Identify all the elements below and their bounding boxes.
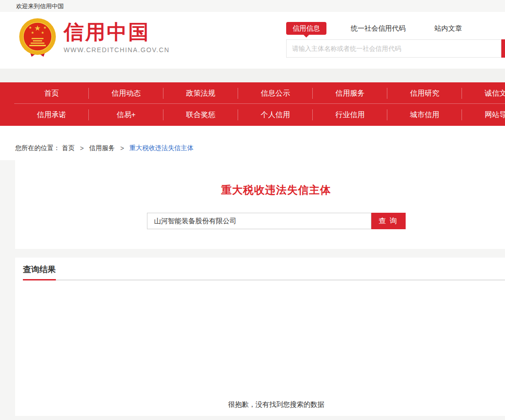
nav-row-2: 信用承诺 信易+ 联合奖惩 个人信用 行业信用 城市信用 网站导航 xyxy=(14,104,505,125)
breadcrumb-separator: > xyxy=(120,145,124,152)
card-gap xyxy=(15,249,505,258)
query-card: 重大税收违法失信主体 查 询 xyxy=(15,160,505,249)
nav-row-1: 首页 信用动态 政策法规 信息公示 信用服务 信用研究 诚信文化 xyxy=(14,82,505,104)
nav-item-info-disclosure[interactable]: 信息公示 xyxy=(238,82,313,104)
nav-item-credit-services[interactable]: 信用服务 xyxy=(313,82,387,104)
header-search-button[interactable] xyxy=(501,39,505,58)
results-heading: 查询结果 xyxy=(23,264,56,280)
nav-item-credit-news[interactable]: 信用动态 xyxy=(89,82,163,104)
welcome-bar: 欢迎来到信用中国 xyxy=(0,0,505,12)
query-input[interactable] xyxy=(147,213,371,229)
breadcrumb-current-page[interactable]: 重大税收违法失信主体 xyxy=(130,144,194,151)
nav-item-personal-credit[interactable]: 个人信用 xyxy=(238,104,313,125)
svg-text:★: ★ xyxy=(28,26,32,30)
header-divider-band xyxy=(0,69,505,82)
nav-item-site-map[interactable]: 网站导航 xyxy=(462,104,505,125)
page-title: 重大税收违法失信主体 xyxy=(15,183,505,197)
nav-item-policies[interactable]: 政策法规 xyxy=(163,82,238,104)
results-card: 查询结果 很抱歉，没有找到您搜索的数据 xyxy=(15,258,505,416)
tab-credit-info[interactable]: 信用信息 xyxy=(286,22,326,35)
results-header: 查询结果 xyxy=(23,258,505,280)
breadcrumb-prefix: 您所在的位置： xyxy=(15,144,60,151)
nav-item-joint-rewards[interactable]: 联合奖惩 xyxy=(163,104,238,125)
empty-result-message: 很抱歉，没有找到您搜索的数据 xyxy=(15,400,505,409)
header-search-input[interactable] xyxy=(286,39,501,58)
site-title-block: 信用中国 WWW.CREDITCHINA.GOV.CN xyxy=(64,17,169,54)
tab-site-articles[interactable]: 站内文章 xyxy=(434,24,462,33)
svg-text:★: ★ xyxy=(43,26,46,30)
header-search-row xyxy=(286,39,505,58)
nav-item-city-credit[interactable]: 城市信用 xyxy=(387,104,462,125)
nav-item-industry-credit[interactable]: 行业信用 xyxy=(313,104,387,125)
svg-text:★: ★ xyxy=(41,31,44,35)
breadcrumb: 您所在的位置： 首页 > 信用服务 > 重大税收违法失信主体 xyxy=(0,126,505,160)
welcome-text: 欢迎来到信用中国 xyxy=(16,3,64,10)
breadcrumb-separator: > xyxy=(80,145,84,152)
svg-text:★: ★ xyxy=(34,24,41,32)
breadcrumb-home[interactable]: 首页 xyxy=(62,144,75,151)
breadcrumb-credit-services[interactable]: 信用服务 xyxy=(89,144,115,151)
nav-item-credit-commitment[interactable]: 信用承诺 xyxy=(14,104,89,125)
page-content: 重大税收违法失信主体 查 询 查询结果 很抱歉，没有找到您搜索的数据 xyxy=(0,160,505,420)
site-name: 信用中国 xyxy=(64,21,169,43)
query-button[interactable]: 查 询 xyxy=(371,213,406,229)
nav-item-xinyi-plus[interactable]: 信易+ xyxy=(89,104,163,125)
tab-social-credit-code[interactable]: 统一社会信用代码 xyxy=(351,24,406,33)
site-logo[interactable]: ★ ★ ★ ★ ★ 信用中国 WWW.CREDITCHINA.GOV.CN xyxy=(17,17,169,58)
nav-item-home[interactable]: 首页 xyxy=(14,82,89,104)
site-header: ★ ★ ★ ★ ★ 信用中国 WWW.CREDITCHINA.GOV.CN 信用… xyxy=(0,12,505,69)
search-type-tabs: 信用信息 统一社会信用代码 站内文章 xyxy=(286,22,505,35)
main-nav: 首页 信用动态 政策法规 信息公示 信用服务 信用研究 诚信文化 信用承诺 信易… xyxy=(0,82,505,126)
main-nav-inner: 首页 信用动态 政策法规 信息公示 信用服务 信用研究 诚信文化 信用承诺 信易… xyxy=(14,82,505,125)
site-url: WWW.CREDITCHINA.GOV.CN xyxy=(64,46,169,54)
header-search-area: 信用信息 统一社会信用代码 站内文章 xyxy=(286,22,505,58)
svg-text:★: ★ xyxy=(31,31,34,35)
nav-item-credit-research[interactable]: 信用研究 xyxy=(387,82,462,104)
nav-item-integrity-culture[interactable]: 诚信文化 xyxy=(462,82,505,104)
query-search-row: 查 询 xyxy=(15,213,505,229)
national-emblem-icon: ★ ★ ★ ★ ★ xyxy=(17,17,58,58)
